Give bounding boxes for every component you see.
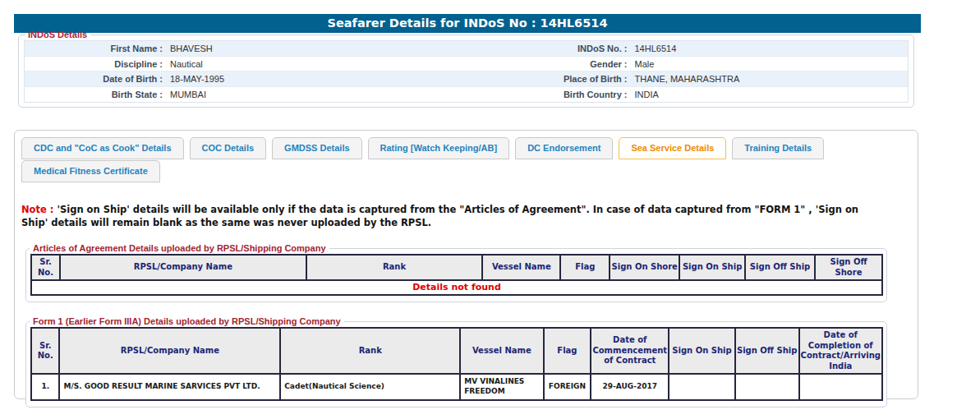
cell-sign-on-ship (669, 374, 735, 399)
col-header-sign-off-ship: Sign Off Ship (745, 255, 815, 280)
place-of-birth-label: Place of Birth : (467, 71, 628, 86)
indos-no-value: 14HL6514 (635, 41, 677, 56)
indos-no-label: INDoS No. : (467, 41, 628, 56)
tab-gmdss-details[interactable]: GMDSS Details (272, 137, 361, 159)
discipline-value: Nautical (170, 57, 203, 71)
tab-medical-fitness-certificate[interactable]: Medical Fitness Certificate (21, 160, 160, 182)
indos-row-name: First Name :BHAVESH INDoS No. :14HL6514 (25, 41, 908, 57)
col-header-date-of-commencement: Date of Commencement of Contract (591, 328, 669, 374)
form1-table: Sr. No. RPSL/Company Name Rank Vessel Na… (30, 327, 883, 400)
details-not-found-message: Details not found (31, 280, 882, 295)
table-row: 1. M/S. GOOD RESULT MARINE SARVICES PVT … (31, 374, 882, 399)
cell-vessel-name: MV VINALINES FREEDOM (460, 374, 543, 399)
col-header-sr-no: Sr. No. (31, 255, 60, 280)
birth-country-label: Birth Country : (467, 87, 628, 103)
col-header-rank: Rank (306, 255, 483, 280)
articles-of-agreement-section: Articles of Agreement Details uploaded b… (25, 243, 887, 302)
col-header-rpsl-company-name: RPSL/Company Name (60, 255, 306, 280)
place-of-birth-value: THANE, MAHARASHTRA (635, 71, 740, 86)
col-header-sign-on-ship: Sign On Ship (679, 255, 745, 280)
col-header-flag: Flag (544, 328, 591, 374)
empty-row: Details not found (31, 280, 882, 295)
tab-content-panel: CDC and "CoC as Cook" Details COC Detail… (14, 130, 918, 399)
page-title: Seafarer Details for INDoS No : 14HL6514 (328, 16, 608, 30)
tab-strip-row2: Medical Fitness Certificate (21, 160, 918, 182)
indos-row-birth-state: Birth State :MUMBAI Birth Country :INDIA (25, 87, 908, 103)
tab-training-details[interactable]: Training Details (732, 137, 824, 159)
note: Note :'Sign on Ship' details will be ava… (21, 203, 886, 229)
cell-date-of-commencement: 29-AUG-2017 (591, 374, 669, 399)
cell-rpsl-company-name: M/S. GOOD RESULT MARINE SARVICES PVT LTD… (59, 374, 280, 399)
indos-details-section: INDoS Details First Name :BHAVESH INDoS … (18, 30, 914, 108)
date-of-birth-value: 18-MAY-1995 (170, 71, 224, 86)
col-header-rank: Rank (280, 328, 460, 374)
articles-of-agreement-table: Sr. No. RPSL/Company Name Rank Vessel Na… (30, 254, 883, 296)
cell-sr-no: 1. (31, 374, 59, 399)
first-name-label: First Name : (25, 41, 163, 56)
date-of-birth-label: Date of Birth : (25, 71, 163, 86)
cell-rank: Cadet(Nautical Science) (280, 374, 460, 399)
birth-country-value: INDIA (635, 87, 659, 103)
col-header-vessel-name: Vessel Name (460, 328, 543, 374)
tab-rating-watch-keeping-ab[interactable]: Rating [Watch Keeping/AB] (368, 137, 510, 159)
tab-strip-row1: CDC and "CoC as Cook" Details COC Detail… (21, 137, 918, 159)
birth-state-label: Birth State : (25, 87, 163, 103)
col-header-sign-off-shore: Sign Off Shore (815, 255, 882, 280)
first-name-value: BHAVESH (170, 41, 213, 56)
cell-flag: FOREIGN (544, 374, 591, 399)
cell-date-of-completion (799, 374, 882, 399)
tab-coc-details[interactable]: COC Details (190, 137, 267, 159)
articles-header-row: Sr. No. RPSL/Company Name Rank Vessel Na… (31, 255, 882, 280)
form1-legend: Form 1 (Earlier Form IIIA) Details uploa… (30, 316, 344, 326)
birth-state-value: MUMBAI (170, 87, 206, 103)
indos-details-rows: First Name :BHAVESH INDoS No. :14HL6514 … (24, 40, 909, 103)
col-header-flag: Flag (560, 255, 610, 280)
form1-section: Form 1 (Earlier Form IIIA) Details uploa… (25, 316, 887, 407)
discipline-label: Discipline : (25, 57, 163, 71)
indos-row-discipline: Discipline :Nautical Gender :Male (25, 57, 908, 72)
note-text: 'Sign on Ship' details will be available… (21, 204, 858, 228)
cell-sign-off-ship (735, 374, 799, 399)
col-header-sign-off-ship: Sign Off Ship (735, 328, 799, 374)
tab-sea-service-details[interactable]: Sea Service Details (619, 137, 726, 159)
col-header-date-of-completion: Date of Completion of Contract/Arriving … (799, 328, 882, 374)
form1-header-row: Sr. No. RPSL/Company Name Rank Vessel Na… (31, 328, 882, 374)
note-label: Note : (21, 204, 53, 215)
col-header-sr-no: Sr. No. (31, 328, 59, 374)
gender-label: Gender : (467, 57, 628, 71)
tab-cdc-coc-as-cook-details[interactable]: CDC and "CoC as Cook" Details (21, 137, 184, 159)
indos-details-legend: INDoS Details (25, 30, 90, 39)
col-header-rpsl-company-name: RPSL/Company Name (59, 328, 280, 374)
col-header-sign-on-ship: Sign On Ship (669, 328, 735, 374)
col-header-vessel-name: Vessel Name (482, 255, 560, 280)
gender-value: Male (635, 57, 655, 71)
col-header-sign-on-shore: Sign On Shore (610, 255, 679, 280)
tab-dc-endorsement[interactable]: DC Endorsement (515, 137, 613, 159)
articles-of-agreement-legend: Articles of Agreement Details uploaded b… (30, 243, 329, 253)
indos-row-birth-date: Date of Birth :18-MAY-1995 Place of Birt… (25, 71, 908, 87)
